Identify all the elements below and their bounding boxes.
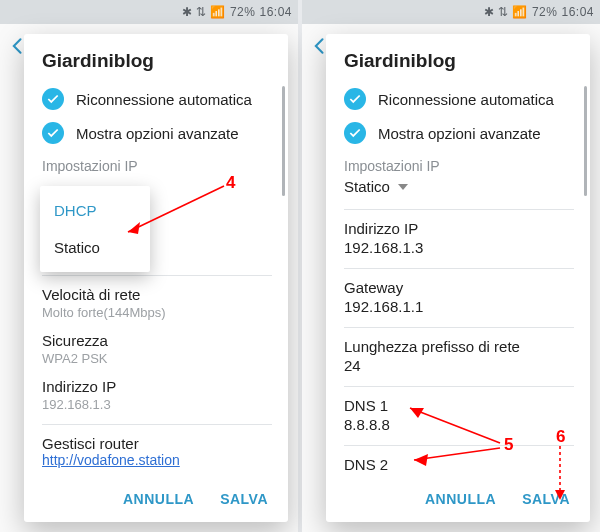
prefix-input[interactable]: 24: [344, 357, 586, 374]
security-label: Sicurezza: [42, 332, 284, 349]
phone-right: ✱ ⇅ 📶 72% 16:04 TE Giardiniblog Riconnes…: [302, 0, 600, 532]
row-security: Sicurezza WPA2 PSK: [42, 328, 284, 374]
row-auto-reconnect[interactable]: Riconnessione automatica: [344, 82, 586, 116]
divider: [344, 445, 574, 446]
dialog-actions: ANNULLA SALVA: [24, 476, 288, 522]
dns2-label: DNS 2: [344, 456, 586, 473]
speed-label: Velocità di rete: [42, 286, 284, 303]
status-battery: 72%: [230, 5, 256, 19]
label-auto-reconnect: Riconnessione automatica: [76, 91, 252, 108]
check-icon: [42, 122, 64, 144]
chevron-down-icon: [398, 184, 408, 190]
divider: [42, 275, 272, 276]
row-dns2[interactable]: DNS 2 8.8.4.4: [344, 452, 586, 476]
gateway-label: Gateway: [344, 279, 586, 296]
check-icon: [344, 88, 366, 110]
status-time: 16:04: [561, 5, 594, 19]
row-ip-address[interactable]: Indirizzo IP 192.168.1.3: [344, 216, 586, 264]
label-advanced-options: Mostra opzioni avanzate: [378, 125, 541, 142]
router-label: Gestisci router: [42, 435, 284, 452]
scrollbar[interactable]: [584, 86, 587, 196]
status-bar: ✱ ⇅ 📶 72% 16:04: [302, 0, 600, 24]
divider: [42, 424, 272, 425]
wifi-dialog: Giardiniblog Riconnessione automatica Mo…: [24, 34, 288, 522]
divider: [344, 327, 574, 328]
row-advanced-options[interactable]: Mostra opzioni avanzate: [344, 116, 586, 150]
cancel-button[interactable]: ANNULLA: [425, 491, 496, 507]
ip-settings-dropdown[interactable]: Statico: [344, 174, 586, 205]
ip-label: Indirizzo IP: [42, 378, 284, 395]
status-battery: 72%: [532, 5, 558, 19]
row-network-speed: Velocità di rete Molto forte(144Mbps): [42, 282, 284, 328]
status-icons: ✱ ⇅ 📶: [484, 5, 528, 19]
dns1-input[interactable]: 8.8.8.8: [344, 416, 586, 433]
status-bar: ✱ ⇅ 📶 72% 16:04: [0, 0, 298, 24]
dialog-title: Giardiniblog: [326, 34, 590, 82]
divider: [344, 268, 574, 269]
row-auto-reconnect[interactable]: Riconnessione automatica: [42, 82, 284, 116]
ip-settings-value: Statico: [344, 178, 390, 195]
label-auto-reconnect: Riconnessione automatica: [378, 91, 554, 108]
divider: [344, 209, 574, 210]
row-advanced-options[interactable]: Mostra opzioni avanzate: [42, 116, 284, 150]
option-static[interactable]: Statico: [40, 229, 150, 266]
dialog-actions: ANNULLA SALVA: [326, 476, 590, 522]
row-manage-router[interactable]: Gestisci router http://vodafone.station: [42, 431, 284, 476]
router-link[interactable]: http://vodafone.station: [42, 452, 284, 468]
save-button[interactable]: SALVA: [220, 491, 268, 507]
scrollbar[interactable]: [282, 86, 285, 196]
check-icon: [344, 122, 366, 144]
status-icons: ✱ ⇅ 📶: [182, 5, 226, 19]
ip-settings-label: Impostazioni IP: [42, 150, 284, 174]
row-gateway[interactable]: Gateway 192.168.1.1: [344, 275, 586, 323]
option-dhcp[interactable]: DHCP: [40, 192, 150, 229]
divider: [344, 386, 574, 387]
phone-left: ✱ ⇅ 📶 72% 16:04 TE Giardiniblog Riconnes…: [0, 0, 298, 532]
check-icon: [42, 88, 64, 110]
speed-value: Molto forte(144Mbps): [42, 305, 284, 320]
cancel-button[interactable]: ANNULLA: [123, 491, 194, 507]
save-button[interactable]: SALVA: [522, 491, 570, 507]
ip-value: 192.168.1.3: [42, 397, 284, 412]
wifi-dialog: Giardiniblog Riconnessione automatica Mo…: [326, 34, 590, 522]
row-dns1[interactable]: DNS 1 8.8.8.8: [344, 393, 586, 441]
ip-settings-label: Impostazioni IP: [344, 150, 586, 174]
gateway-input[interactable]: 192.168.1.1: [344, 298, 586, 315]
dialog-title: Giardiniblog: [24, 34, 288, 82]
ip-label: Indirizzo IP: [344, 220, 586, 237]
dns1-label: DNS 1: [344, 397, 586, 414]
security-value: WPA2 PSK: [42, 351, 284, 366]
ip-settings-popup: DHCP Statico: [40, 186, 150, 272]
ip-input[interactable]: 192.168.1.3: [344, 239, 586, 256]
label-advanced-options: Mostra opzioni avanzate: [76, 125, 239, 142]
row-ip-address: Indirizzo IP 192.168.1.3: [42, 374, 284, 420]
status-time: 16:04: [259, 5, 292, 19]
row-prefix-length[interactable]: Lunghezza prefisso di rete 24: [344, 334, 586, 382]
prefix-label: Lunghezza prefisso di rete: [344, 338, 586, 355]
dns2-input[interactable]: 8.8.4.4: [344, 475, 586, 476]
